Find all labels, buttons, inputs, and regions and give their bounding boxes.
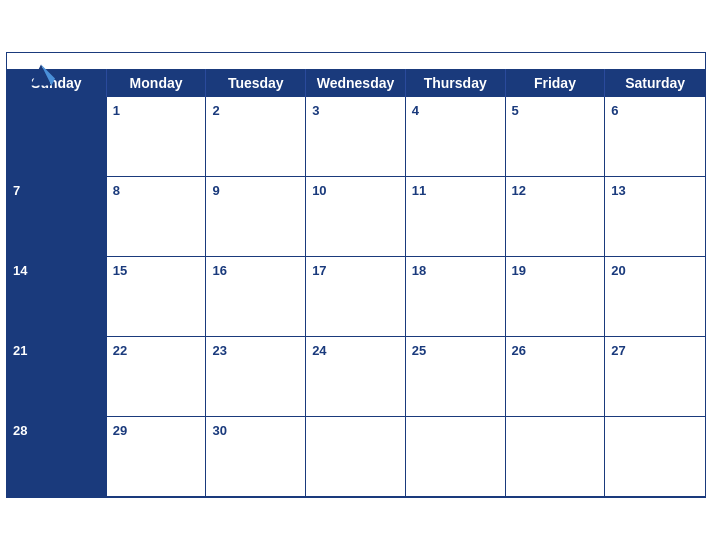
calendar-cell: 6 (605, 97, 705, 177)
calendar-cell: 30 (206, 417, 306, 497)
date-number: 1 (113, 103, 120, 118)
calendar-cell: 4 (406, 97, 506, 177)
calendar-grid: 1234567891011121314151617181920212223242… (7, 97, 705, 497)
logo (23, 61, 59, 89)
calendar-cell: 28 (7, 417, 107, 497)
date-number: 14 (13, 263, 27, 278)
calendar-cell: 13 (605, 177, 705, 257)
date-number: 25 (412, 343, 426, 358)
date-number: 6 (611, 103, 618, 118)
calendar-cell: 11 (406, 177, 506, 257)
calendar-cell (506, 417, 606, 497)
day-tuesday: Tuesday (206, 69, 306, 97)
calendar-cell: 20 (605, 257, 705, 337)
date-number: 16 (212, 263, 226, 278)
date-number: 27 (611, 343, 625, 358)
calendar-cell: 9 (206, 177, 306, 257)
calendar-cell: 8 (107, 177, 207, 257)
date-number: 20 (611, 263, 625, 278)
date-number: 23 (212, 343, 226, 358)
calendar-cell: 16 (206, 257, 306, 337)
calendar-cell: 21 (7, 337, 107, 417)
calendar-cell: 29 (107, 417, 207, 497)
date-number: 5 (512, 103, 519, 118)
calendar-cell: 7 (7, 177, 107, 257)
day-wednesday: Wednesday (306, 69, 406, 97)
date-number: 2 (212, 103, 219, 118)
calendar-cell (406, 417, 506, 497)
calendar-cell: 14 (7, 257, 107, 337)
day-friday: Friday (506, 69, 606, 97)
date-number: 15 (113, 263, 127, 278)
date-number: 19 (512, 263, 526, 278)
date-number: 22 (113, 343, 127, 358)
day-saturday: Saturday (605, 69, 705, 97)
calendar-cell: 25 (406, 337, 506, 417)
date-number: 17 (312, 263, 326, 278)
calendar-cell: 27 (605, 337, 705, 417)
date-number: 28 (13, 423, 27, 438)
calendar-cell: 2 (206, 97, 306, 177)
date-number: 29 (113, 423, 127, 438)
calendar-cell: 1 (107, 97, 207, 177)
calendar-cell: 5 (506, 97, 606, 177)
calendar-cell (306, 417, 406, 497)
date-number: 21 (13, 343, 27, 358)
date-number: 30 (212, 423, 226, 438)
day-headers: Sunday Monday Tuesday Wednesday Thursday… (7, 69, 705, 97)
date-number: 11 (412, 183, 426, 198)
date-number: 4 (412, 103, 419, 118)
logo-icon (23, 61, 59, 89)
calendar: Sunday Monday Tuesday Wednesday Thursday… (6, 52, 706, 498)
date-number: 13 (611, 183, 625, 198)
calendar-cell: 23 (206, 337, 306, 417)
calendar-cell: 18 (406, 257, 506, 337)
date-number: 3 (312, 103, 319, 118)
calendar-cell: 10 (306, 177, 406, 257)
calendar-cell: 26 (506, 337, 606, 417)
calendar-cell: 17 (306, 257, 406, 337)
date-number: 8 (113, 183, 120, 198)
day-thursday: Thursday (406, 69, 506, 97)
calendar-cell: 15 (107, 257, 207, 337)
date-number: 26 (512, 343, 526, 358)
date-number: 24 (312, 343, 326, 358)
calendar-cell (7, 97, 107, 177)
date-number: 12 (512, 183, 526, 198)
day-monday: Monday (107, 69, 207, 97)
calendar-cell (605, 417, 705, 497)
calendar-cell: 24 (306, 337, 406, 417)
calendar-cell: 19 (506, 257, 606, 337)
date-number: 10 (312, 183, 326, 198)
date-number: 18 (412, 263, 426, 278)
calendar-cell: 3 (306, 97, 406, 177)
date-number: 7 (13, 183, 20, 198)
date-number: 9 (212, 183, 219, 198)
calendar-cell: 22 (107, 337, 207, 417)
calendar-cell: 12 (506, 177, 606, 257)
calendar-header (7, 53, 705, 69)
